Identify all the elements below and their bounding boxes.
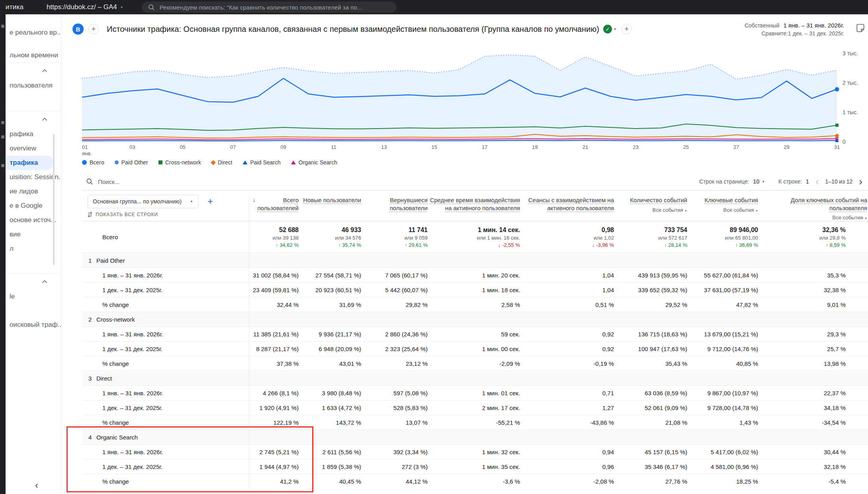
show-all-rows-button[interactable]: ПОКАЗАТЬ ВСЕ СТРОКИ xyxy=(88,212,158,217)
metric-value: -43,86 % xyxy=(521,419,615,426)
sidebar-item-льном-времени[interactable]: льном времени xyxy=(6,48,61,62)
data-row: 1 дек. – 31 дек. 2025г.8 287 (21,17 %)6 … xyxy=(82,341,868,356)
metric-value: 29,82 % xyxy=(362,301,428,308)
column-header-доля-ключевых-событий-на-пользователя[interactable]: Доля ключевых событий на пользователяВсе… xyxy=(759,195,868,221)
metric-value: 439 913 (59,95 %) xyxy=(615,272,688,279)
channel-name: Cross-network xyxy=(96,316,135,323)
rail-icon[interactable] xyxy=(1,135,4,139)
rows-per-page-select[interactable]: 10 xyxy=(753,178,760,185)
column-header-сеансы-с-взаимодействием-на-активного-пользователя[interactable]: Сеансы с взаимодействием на активного по… xyxy=(521,195,615,212)
metric-value: -0,19 % xyxy=(521,360,615,367)
sidebar-scrollbar[interactable] xyxy=(53,134,55,265)
metric-value: 18,25 % xyxy=(688,478,759,485)
group-header-row[interactable]: 2Cross-network xyxy=(82,312,868,326)
metric-value: 4 581,00 (6,96 %) xyxy=(688,463,759,470)
metric-value: 2 мин. 17 сек. xyxy=(428,404,521,411)
metric-value: -2,09 % xyxy=(428,360,521,367)
add-dimension-button[interactable]: + xyxy=(205,196,216,207)
compare-range-value: 1 дек. – 31 дек. 2025г. xyxy=(788,30,844,37)
collapse-sidebar-button[interactable]: ‹ xyxy=(35,480,38,490)
metric-value: 40,45 % xyxy=(299,478,362,485)
y-axis-label: 0 xyxy=(843,139,846,145)
rail-icon[interactable] xyxy=(1,164,4,167)
row-label: % change xyxy=(102,478,129,485)
channel-name: Organic Search xyxy=(96,434,138,441)
metric-value: 100 947 (17,63 %) xyxy=(615,346,688,352)
sidebar-item-е-реального-вр[interactable]: е реального вр... xyxy=(6,25,61,40)
avatar[interactable]: B xyxy=(72,23,84,35)
dimension-selector[interactable]: Основная группа... по умолчанию)▼ xyxy=(88,195,198,208)
date-range-selector[interactable]: Собственный1 янв. – 31 янв. 2026г. Сравн… xyxy=(745,22,855,37)
channel-name: Paid Other xyxy=(96,257,125,264)
rail-icon[interactable] xyxy=(1,25,4,28)
metric-value: 59 сек. xyxy=(428,331,521,338)
metric-value: 1 944 (4,97 %) xyxy=(249,463,299,470)
data-quality-check-icon[interactable]: ✓ xyxy=(603,25,612,33)
group-header-row[interactable]: 1Paid Other xyxy=(82,253,868,268)
sidebar-item-le[interactable]: le xyxy=(6,289,61,304)
metric-value: 1 920 (4,91 %) xyxy=(249,404,299,411)
chevron-down-icon: ▼ xyxy=(614,27,617,31)
events-filter-dropdown[interactable]: Все события ▼ xyxy=(688,207,758,214)
sidebar-section-toggle[interactable] xyxy=(6,111,61,127)
square-marker-icon xyxy=(158,160,162,164)
metric-value: 339 652 (59,32 %) xyxy=(615,287,688,293)
rail-icon[interactable] xyxy=(1,121,4,124)
pagination: Строк на странице: 10 ▼ К строке: 1 ‹ 1–… xyxy=(699,176,868,187)
add-comparison-button[interactable]: + xyxy=(88,24,99,34)
column-header-количество-событий[interactable]: Количество событийВсе события ▼ xyxy=(615,195,688,213)
property-selector[interactable]: https://dubok.cz/ – GA4 ▼ xyxy=(47,3,123,11)
previous-page-button[interactable]: ‹ xyxy=(815,176,819,187)
group-header-row[interactable]: 4Organic Search xyxy=(82,430,868,444)
column-header-ключевые-события[interactable]: Ключевые событияВсе события ▼ xyxy=(688,195,759,213)
table-search-input[interactable]: Поиск... xyxy=(82,178,119,185)
date-range-type: Собственный xyxy=(745,22,780,29)
metric-value: 35,43 % xyxy=(615,360,688,367)
totals-metric-cell: 11 741или 9 059↑ 29,61 % xyxy=(362,226,428,248)
data-row: % change32,44 %31,69 %29,82 %2,58 %0,51 … xyxy=(82,297,868,312)
column-header-новые-пользователи[interactable]: Новые пользователи xyxy=(299,195,362,204)
data-row: 1 дек. – 31 дек. 2025г.1 944 (4,97 %)1 8… xyxy=(82,459,868,474)
metric-value: -34,54 % xyxy=(759,419,868,426)
metric-value: 37,38 % xyxy=(249,360,299,367)
sort-descending-icon[interactable]: ↓ xyxy=(252,196,256,203)
metric-value: 22,37 % xyxy=(759,390,868,396)
metric-value: 597 (5,08 %) xyxy=(362,390,428,396)
events-filter-dropdown[interactable]: Все события ▼ xyxy=(615,207,687,214)
goto-row-input[interactable]: 1 xyxy=(806,178,809,185)
metric-value: 5 417,00 (6,02 %) xyxy=(688,449,759,455)
column-header-всего-пользователей[interactable]: Всего пользователей xyxy=(249,195,299,212)
sidebar-item-пользователя[interactable]: пользователя xyxy=(6,78,61,93)
totals-metric-cell: 32,36 %или 29,8 %↑ 8,59 % xyxy=(759,226,868,248)
next-page-button[interactable]: › xyxy=(859,176,862,187)
column-header-вернувшиеся-пользователи[interactable]: Вернувшиеся пользователи xyxy=(362,195,428,212)
sidebar-item-оисковый-траф[interactable]: оисковый траф... xyxy=(6,318,61,332)
totals-metric-cell: 52 688или 39 138↑ 34,62 % xyxy=(249,226,299,248)
totals-value: 46 933 xyxy=(299,226,361,234)
app-name-fragment: итика xyxy=(6,3,23,11)
metric-value: 0,51 % xyxy=(521,301,615,308)
legend-item-organic-search: Organic Search xyxy=(291,159,337,166)
metric-value: 136 715 (18,63 %) xyxy=(615,331,688,338)
column-header-среднее-время-взаимодействия-на-активного-пользователя[interactable]: Среднее время взаимодействия на активног… xyxy=(428,195,521,212)
sidebar-spacer xyxy=(6,40,61,48)
sidebar-item-active[interactable]: трафика xyxy=(6,156,54,170)
chart-legend: ВсегоPaid OtherCross-networkDirectPaid S… xyxy=(82,159,868,166)
table-group-organic-search: 4Organic Search1 янв. – 31 янв. 2026г.2 … xyxy=(82,430,868,488)
chevron-down-icon: ▼ xyxy=(190,200,193,203)
metric-value: 27 554 (58,71 %) xyxy=(299,272,362,279)
legend-label: Direct xyxy=(218,159,233,166)
search-bar[interactable]: Рекомендуем поискать: "Как сравнить коли… xyxy=(142,2,397,13)
events-filter-dropdown[interactable]: Все события ▼ xyxy=(759,215,867,221)
totals-metric-cell: 46 933или 34 576↑ 35,74 % xyxy=(299,226,362,248)
metric-value: 0,96 xyxy=(521,463,615,470)
metric-value: 8 287 (21,17 %) xyxy=(249,346,299,352)
totals-comparison-value: или 29,8 % xyxy=(759,235,846,241)
sidebar-section-toggle[interactable] xyxy=(6,273,61,289)
notes-icon[interactable] xyxy=(855,23,866,35)
browser-top-bar: итика https://dubok.cz/ – GA4 ▼ Рекоменд… xyxy=(0,0,868,14)
group-header-row[interactable]: 3Direct xyxy=(82,371,868,385)
add-button[interactable]: + xyxy=(622,24,632,34)
sidebar-section-toggle[interactable] xyxy=(6,62,61,78)
row-label: 1 дек. – 31 дек. 2025г. xyxy=(102,287,162,293)
